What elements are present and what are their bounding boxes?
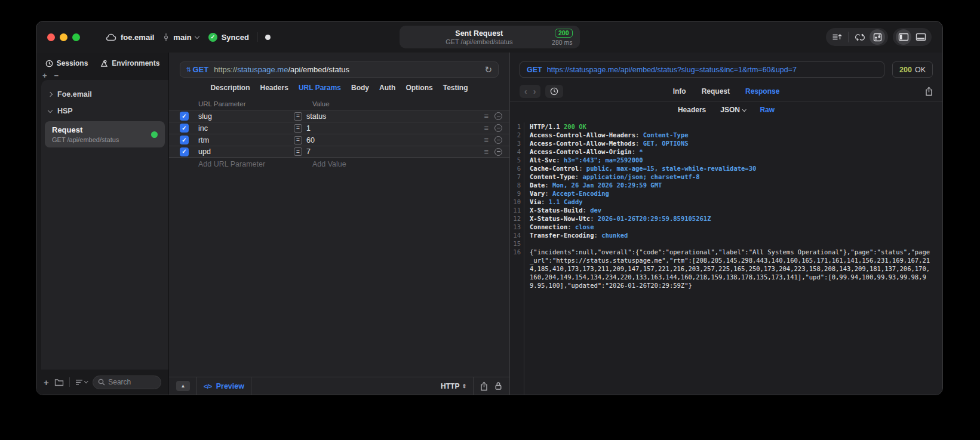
param-value-cell[interactable]: = 1 (294, 124, 484, 133)
share-icon[interactable] (480, 381, 488, 391)
history-button[interactable] (545, 85, 563, 98)
sidebar-search[interactable] (93, 376, 161, 389)
param-name[interactable]: inc (198, 124, 294, 133)
sort-lines-icon[interactable] (829, 29, 844, 45)
add-param-value[interactable]: Add Value (312, 160, 346, 168)
reorder-icon[interactable]: ≡ (484, 112, 489, 120)
tab-json[interactable]: JSON (720, 106, 745, 114)
import-export-icon[interactable] (870, 29, 885, 45)
code-line-text: Access-Control-Allow-Methods: GET, OPTIO… (530, 139, 932, 147)
sent-request-pill[interactable]: Sent Request GET /api/embed/status 200 2… (400, 26, 580, 48)
tab-options[interactable]: Options (405, 84, 432, 92)
param-checkbox[interactable]: ✓ (180, 124, 189, 133)
param-checkbox[interactable]: ✓ (180, 147, 189, 156)
reorder-icon[interactable]: ≡ (484, 136, 489, 144)
history-nav: ‹ › (520, 85, 540, 98)
toggle-bottom-panel-icon[interactable] (913, 29, 929, 45)
expand-panel-button[interactable]: ▲ (176, 381, 190, 391)
forward-button[interactable]: › (533, 87, 536, 96)
lock-icon (494, 381, 502, 390)
param-value-cell[interactable]: = 7 (294, 147, 484, 156)
param-value[interactable]: status (306, 112, 326, 121)
method-dropdown-icon[interactable]: ⇅ (186, 66, 191, 73)
request-url-bar[interactable]: ⇅ GET https://statuspage.me/api/embed/st… (180, 61, 499, 78)
param-checkbox[interactable]: ✓ (180, 136, 189, 144)
add-session-button[interactable]: + (42, 71, 47, 80)
minimize-window-button[interactable] (60, 33, 67, 41)
tab-environments[interactable]: Environments (100, 59, 159, 67)
branch-selector[interactable]: main (162, 33, 198, 42)
remove-row-icon[interactable] (494, 136, 502, 144)
branch-name: main (173, 33, 191, 42)
tab-body[interactable]: Body (351, 84, 369, 92)
add-item-button[interactable]: + (44, 378, 49, 387)
param-value-cell[interactable]: = 60 (294, 136, 484, 144)
request-method[interactable]: GET (192, 65, 208, 74)
sidebar-request-item[interactable]: Request GET /api/embed/status (45, 121, 165, 147)
resend-icon[interactable]: ↻ (484, 64, 492, 75)
url-path: /api/embed/status (288, 65, 349, 74)
app-window: foe.email main ✓ Synced Sent Request G (36, 21, 943, 395)
param-row[interactable]: ✓ slug = status ≡ (169, 110, 509, 122)
back-button[interactable]: ‹ (524, 87, 527, 96)
code-line: 3Access-Control-Allow-Methods: GET, OPTI… (510, 139, 932, 147)
tab-sessions[interactable]: Sessions (45, 59, 88, 67)
tab-auth[interactable]: Auth (379, 84, 395, 92)
reorder-icon[interactable]: ≡ (484, 124, 489, 132)
response-body[interactable]: 1HTTP/1.1 200 OK2Access-Control-Allow-He… (510, 118, 942, 395)
zoom-window-button[interactable] (72, 33, 80, 41)
titlebar: foe.email main ✓ Synced Sent Request G (36, 21, 942, 53)
protocol-select[interactable]: HTTP ⇕ (441, 382, 466, 390)
preview-toggle[interactable]: </> Preview (204, 382, 244, 390)
tab-request[interactable]: Request (702, 87, 730, 96)
param-name[interactable]: rtm (198, 136, 294, 144)
project-cluster: foe.email main ✓ Synced (105, 32, 271, 42)
param-value-cell[interactable]: = status (294, 112, 484, 121)
param-name[interactable]: slug (198, 112, 294, 121)
tab-testing[interactable]: Testing (443, 84, 468, 92)
new-folder-icon[interactable] (54, 379, 64, 386)
close-window-button[interactable] (47, 33, 55, 41)
param-row[interactable]: ✓ upd = 7 ≡ (169, 146, 509, 158)
footer-separator (251, 377, 251, 395)
request-status-dot (151, 131, 158, 138)
duration-label: 280 ms (552, 39, 572, 46)
tab-headers[interactable]: Headers (678, 106, 706, 114)
tab-response[interactable]: Response (745, 87, 779, 96)
reorder-icon[interactable]: ≡ (484, 148, 489, 156)
export-response-icon[interactable] (925, 87, 933, 96)
tab-description[interactable]: Description (211, 84, 250, 92)
request-url[interactable]: https://statuspage.me/api/embed/status (214, 65, 349, 74)
tree-group-hsp[interactable]: HSP (41, 103, 168, 119)
remove-row-icon[interactable] (494, 124, 502, 132)
add-param-name[interactable]: Add URL Parameter (198, 160, 312, 168)
tree-group-foe-email[interactable]: Foe.email (41, 86, 168, 103)
tab-info[interactable]: Info (673, 87, 686, 96)
search-input[interactable] (108, 378, 156, 386)
chevron-down-icon (742, 107, 746, 111)
toggle-sidebar-icon[interactable] (896, 29, 911, 45)
sort-list-icon[interactable] (75, 379, 88, 386)
param-value[interactable]: 60 (306, 136, 315, 144)
tab-headers[interactable]: Headers (260, 84, 288, 92)
remove-session-button[interactable]: − (54, 71, 59, 80)
param-name[interactable]: upd (198, 147, 294, 156)
param-row[interactable]: ✓ inc = 1 ≡ (169, 122, 509, 134)
sync-status[interactable]: ✓ Synced (208, 33, 249, 42)
remove-row-icon[interactable] (494, 112, 502, 120)
param-value[interactable]: 7 (306, 147, 311, 156)
tab-url-params[interactable]: URL Params (299, 84, 341, 92)
param-value[interactable]: 1 (306, 124, 311, 133)
response-request-line[interactable]: GET https://statuspage.me/api/embed/stat… (520, 61, 884, 78)
param-checkbox[interactable]: ✓ (180, 112, 189, 121)
loop-sync-icon[interactable] (852, 29, 868, 45)
request-item-subtitle: GET /api/embed/status (52, 136, 151, 143)
add-param-row[interactable]: Add URL Parameter Add Value (169, 158, 509, 170)
tab-raw[interactable]: Raw (760, 106, 775, 114)
code-line-text: Cache-Control: public, max-age=15, stale… (530, 164, 932, 173)
project-name[interactable]: foe.email (121, 33, 154, 42)
remove-row-icon[interactable] (494, 148, 502, 156)
check-icon: ✓ (182, 125, 186, 131)
line-number: 12 (510, 214, 524, 223)
param-row[interactable]: ✓ rtm = 60 ≡ (169, 134, 509, 146)
